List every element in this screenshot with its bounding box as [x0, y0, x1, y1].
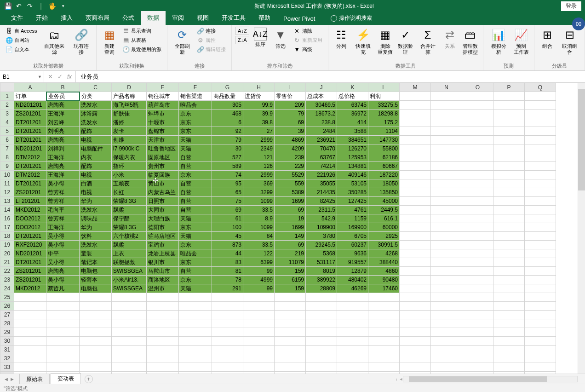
- row-header-9[interactable]: 9: [0, 162, 14, 171]
- sort-button[interactable]: A↓Z排序: [251, 27, 270, 48]
- cell[interactable]: [368, 302, 400, 311]
- from-web-button[interactable]: 🌐自网站: [4, 36, 39, 44]
- cell[interactable]: [431, 346, 462, 354]
- cell[interactable]: [112, 354, 147, 363]
- cell[interactable]: [431, 206, 462, 214]
- data-cell[interactable]: 联想拯救: [112, 258, 147, 267]
- cell[interactable]: [400, 311, 431, 319]
- cell[interactable]: [431, 153, 462, 162]
- cell[interactable]: [80, 311, 112, 319]
- cell[interactable]: [493, 92, 525, 101]
- data-cell[interactable]: 79: [275, 110, 306, 118]
- data-cell[interactable]: 内衣: [80, 153, 112, 162]
- cell[interactable]: [431, 319, 462, 328]
- data-cell[interactable]: 发卡: [112, 127, 147, 136]
- data-cell[interactable]: 自营: [179, 197, 212, 206]
- cell[interactable]: [525, 232, 556, 241]
- data-cell[interactable]: 十堰市: [147, 118, 179, 127]
- data-cell[interactable]: DTM2012: [14, 153, 46, 162]
- cell[interactable]: [243, 293, 275, 302]
- data-cell[interactable]: DT201201: [14, 136, 46, 144]
- data-cell[interactable]: 99: [243, 267, 275, 276]
- cell[interactable]: [493, 249, 525, 258]
- data-cell[interactable]: 70470: [306, 144, 337, 153]
- data-cell[interactable]: 申平: [46, 249, 80, 258]
- row-header-4[interactable]: 4: [0, 118, 14, 127]
- cell[interactable]: [179, 363, 212, 372]
- data-cell[interactable]: 126: [243, 162, 275, 171]
- data-cell[interactable]: 黄山市: [147, 179, 179, 188]
- cell[interactable]: [400, 346, 431, 354]
- cell[interactable]: [462, 197, 493, 206]
- tell-me[interactable]: 操作说明搜索: [331, 12, 372, 25]
- cell[interactable]: [431, 162, 462, 171]
- cell[interactable]: [462, 337, 493, 346]
- filter-button[interactable]: ▼筛选: [271, 27, 290, 50]
- cell[interactable]: [112, 363, 147, 372]
- data-cell[interactable]: 236921: [306, 136, 337, 144]
- name-box[interactable]: ▼: [0, 71, 44, 82]
- row-header-2[interactable]: 2: [0, 101, 14, 110]
- data-cell[interactable]: 唯品会: [179, 249, 212, 258]
- data-cell[interactable]: 京东: [179, 127, 212, 136]
- cell[interactable]: [493, 206, 525, 214]
- data-cell[interactable]: 61: [212, 214, 243, 223]
- col-header-M[interactable]: M: [400, 83, 431, 92]
- cell[interactable]: [431, 267, 462, 276]
- cell[interactable]: [14, 319, 46, 328]
- data-cell[interactable]: ND201201: [14, 249, 46, 258]
- data-cell[interactable]: 5368: [306, 249, 337, 258]
- login-button[interactable]: 登录: [561, 1, 581, 11]
- data-cell[interactable]: MKD2012: [14, 206, 46, 214]
- data-cell[interactable]: 刘祥判: [46, 144, 80, 153]
- data-cell[interactable]: 305: [212, 101, 243, 110]
- cell[interactable]: [431, 179, 462, 188]
- data-cell[interactable]: 369: [243, 179, 275, 188]
- cell[interactable]: [275, 346, 306, 354]
- data-cell[interactable]: SWISSGEA: [112, 284, 147, 293]
- cell[interactable]: [80, 293, 112, 302]
- cell[interactable]: [525, 92, 556, 101]
- whatif-button[interactable]: 📊模拟分析: [487, 27, 510, 56]
- fx-icon[interactable]: fx: [67, 73, 72, 80]
- cell[interactable]: [14, 363, 46, 372]
- cell[interactable]: [462, 284, 493, 293]
- data-cell[interactable]: 龙岩上杭县: [147, 249, 179, 258]
- cell[interactable]: [431, 249, 462, 258]
- data-cell[interactable]: 109900: [306, 223, 337, 232]
- cell[interactable]: [462, 328, 493, 337]
- data-cell[interactable]: 自营: [179, 206, 212, 214]
- data-cell[interactable]: ND201201: [14, 144, 46, 153]
- cell[interactable]: [400, 328, 431, 337]
- cell[interactable]: [431, 293, 462, 302]
- cell[interactable]: [275, 311, 306, 319]
- row-header-17[interactable]: 17: [0, 223, 14, 232]
- cell[interactable]: [431, 363, 462, 372]
- accept-formula-icon[interactable]: ✓: [57, 73, 63, 80]
- data-cell[interactable]: 239: [275, 153, 306, 162]
- connections-button[interactable]: 🔗连接: [195, 27, 228, 35]
- cell[interactable]: [243, 346, 275, 354]
- data-cell[interactable]: 4860: [368, 267, 400, 276]
- cell[interactable]: [212, 337, 243, 346]
- cell[interactable]: [431, 136, 462, 144]
- touch-icon[interactable]: 🖐: [48, 2, 56, 10]
- cell[interactable]: [179, 328, 212, 337]
- data-cell[interactable]: 169900: [337, 223, 368, 232]
- cell[interactable]: [212, 293, 243, 302]
- clear-filter-button[interactable]: ✕清除: [292, 27, 324, 35]
- cell[interactable]: [431, 92, 462, 101]
- vscroll-thumb[interactable]: [578, 89, 585, 190]
- data-cell[interactable]: 小米Air13.: [112, 276, 147, 284]
- data-cell[interactable]: 内蒙古乌兰: [147, 188, 179, 197]
- cell[interactable]: [525, 311, 556, 319]
- cell[interactable]: [400, 162, 431, 171]
- sort-asc-button[interactable]: A↓Z: [235, 27, 249, 35]
- data-cell[interactable]: 100: [212, 223, 243, 232]
- data-cell[interactable]: 18050: [368, 179, 400, 188]
- sheet-tab-original[interactable]: 原始表: [19, 374, 50, 385]
- cell[interactable]: [493, 276, 525, 284]
- data-cell[interactable]: 大理白族: [147, 214, 179, 223]
- row-header-12[interactable]: 12: [0, 188, 14, 197]
- data-cell[interactable]: 8019: [306, 267, 337, 276]
